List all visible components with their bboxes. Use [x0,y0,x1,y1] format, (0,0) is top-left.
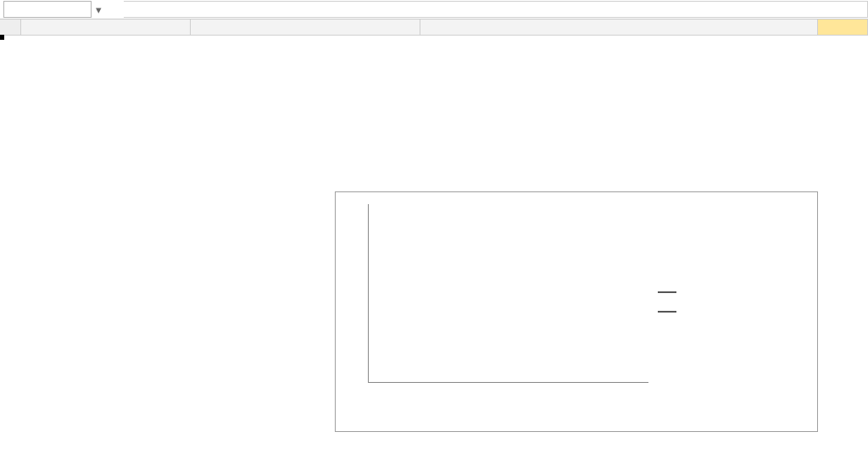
chart-lines [369,204,648,382]
formula-bar: ▾ [0,0,868,19]
col-header-A[interactable] [21,19,191,35]
name-box-dropdown-icon[interactable]: ▾ [92,1,105,18]
col-header-D[interactable] [818,19,868,35]
chart-plot-area [368,204,648,383]
formula-input[interactable] [124,1,868,18]
legend-swatch-2 [658,311,676,313]
name-box[interactable] [3,1,92,18]
excel-window: ▾ [0,0,868,454]
embedded-chart[interactable] [335,191,818,432]
legend-item-2 [658,305,810,313]
spreadsheet-grid[interactable] [0,19,868,36]
legend-item-1 [658,285,810,293]
col-header-B[interactable] [191,19,420,35]
column-header-row [0,19,868,36]
chart-legend [658,285,810,324]
legend-swatch-1 [658,291,676,293]
select-all-corner[interactable] [0,19,21,35]
col-header-C[interactable] [420,19,819,35]
selection-outline [0,36,3,39]
